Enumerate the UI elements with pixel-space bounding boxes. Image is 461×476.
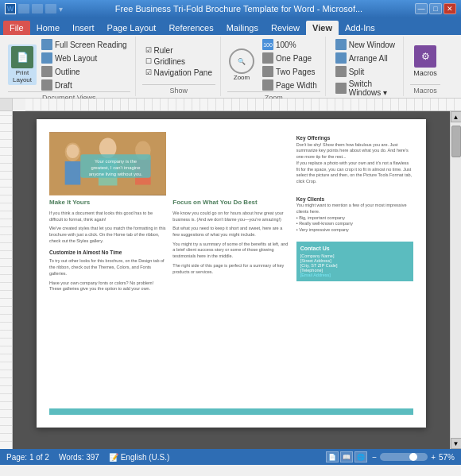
contact-us-heading: Contact Us (300, 246, 409, 251)
title-bar: W ▾ Free Business Tri-Fold Brochure Temp… (0, 0, 461, 17)
scroll-thumb[interactable] (451, 126, 461, 157)
key-offerings-section: Key Offerings Don't be shy! Show them ho… (296, 132, 413, 185)
split-icon (335, 66, 347, 77)
outline-button[interactable]: Outline (38, 65, 130, 78)
maximize-button[interactable]: □ (429, 3, 442, 14)
new-window-icon (335, 39, 347, 50)
one-page-button[interactable]: One Page (259, 52, 320, 64)
gridlines-checkbox[interactable]: ☐ Gridlines (142, 56, 215, 67)
key-offerings-heading: Key Offerings (296, 134, 413, 142)
read-view-btn[interactable]: 📖 (340, 451, 353, 462)
page-width-button[interactable]: Page Width (259, 79, 320, 91)
scroll-up-button[interactable]: ▲ (451, 111, 462, 122)
zoom-control: − + 57% (372, 453, 455, 462)
doc-focus-body: But what you need to keep it short and s… (172, 226, 289, 238)
macros-button[interactable]: ⚙ Macros (411, 44, 440, 79)
zoom-circle-icon: 🔍 (229, 48, 254, 74)
page-width-icon (262, 79, 273, 91)
doc-customize-body2: Have your own company fonts or colors? N… (49, 281, 166, 292)
status-left: Page: 1 of 2 Words: 397 📝 English (U.S.) (6, 453, 169, 462)
main-area: Your company is the greatest, I can't im… (0, 111, 461, 449)
svg-point-3 (67, 144, 79, 158)
status-bar: Page: 1 of 2 Words: 397 📝 English (U.S.)… (0, 449, 461, 465)
switch-windows-button[interactable]: SwitchWindows ▾ (332, 79, 398, 98)
view-small-buttons: Full Screen Reading Web Layout Outline D… (38, 38, 130, 91)
doc-focus-intro: We know you could go on for hours about … (172, 211, 289, 223)
zoom-slider-thumb[interactable] (409, 453, 417, 461)
vertical-scrollbar[interactable]: ▲ ▼ (450, 111, 461, 449)
window-controls: — □ ✕ (415, 3, 456, 14)
tab-insert[interactable]: Insert (66, 21, 101, 35)
doc-left-column: Your company is the greatest, I can't im… (49, 132, 166, 402)
zoom-slider[interactable] (380, 453, 428, 461)
doc-focus-heading: Focus on What You Do Best (172, 199, 289, 206)
arrange-all-icon (335, 52, 347, 64)
web-layout-label: Web Layout (55, 54, 97, 63)
ribbon-tabs: File Home Insert Page Layout References … (0, 17, 461, 35)
minimize-button[interactable]: — (415, 3, 428, 14)
key-offerings-body: Don't be shy! Show them how fabulous you… (296, 142, 413, 161)
doc-make-it-yours-body: If you think a document that looks this … (49, 211, 166, 223)
doc-photo: Your company is the greatest, I can't im… (49, 132, 166, 195)
macros-icon: ⚙ (414, 45, 436, 68)
key-clients-body: You might want to mention a few of your … (296, 203, 413, 215)
tab-references[interactable]: References (162, 21, 219, 35)
split-button[interactable]: Split (332, 65, 398, 78)
photo-people: Your company is the greatest, I can't im… (49, 132, 166, 195)
status-right: 📄 📖 🌐 − + 57% (326, 451, 455, 462)
draft-button[interactable]: Draft (38, 79, 130, 91)
svg-rect-2 (65, 161, 81, 184)
print-layout-button[interactable]: 📄 PrintLayout (8, 45, 37, 86)
scroll-down-button[interactable]: ▼ (451, 438, 462, 449)
ruler-row (0, 99, 461, 111)
window-title: Free Business Tri-Fold Brochure Template… (63, 4, 415, 14)
svg-text:Your company is the: Your company is the (95, 159, 137, 164)
arrange-all-button[interactable]: Arrange All (332, 52, 398, 64)
tab-file[interactable]: File (3, 21, 30, 35)
zoom-100-button[interactable]: 100 100% (259, 38, 320, 51)
language-indicator[interactable]: 📝 English (U.S.) (109, 453, 169, 462)
close-button[interactable]: ✕ (444, 3, 456, 14)
macros-label: Macros (410, 84, 440, 95)
two-pages-button[interactable]: Two Pages (259, 65, 320, 78)
print-layout-icon: 📄 (11, 46, 33, 68)
show-label: Show (142, 84, 215, 95)
quick-undo-icon[interactable] (32, 4, 43, 14)
one-page-icon (262, 52, 273, 64)
spell-check-icon: 📝 (109, 453, 118, 462)
document: Your company is the greatest, I can't im… (37, 119, 426, 428)
ruler-corner (0, 99, 13, 111)
print-view-btn[interactable]: 📄 (326, 451, 339, 462)
zoom-out-button[interactable]: − (372, 453, 377, 462)
client-item-3: Very impressive company (296, 227, 413, 234)
new-window-button[interactable]: New Window (332, 38, 398, 51)
doc-content: Your company is the greatest, I can't im… (49, 132, 413, 402)
doc-footer-bar (49, 408, 413, 415)
quick-save-icon[interactable] (18, 4, 29, 14)
title-bar-left: W ▾ (5, 3, 63, 14)
full-screen-reading-button[interactable]: Full Screen Reading (38, 38, 130, 51)
web-view-btn[interactable]: 🌐 (354, 451, 367, 462)
ribbon-group-macros: ⚙ Macros Macros (405, 37, 445, 96)
view-buttons: 📄 PrintLayout Full Screen Reading Web La… (8, 38, 130, 91)
zoom-in-button[interactable]: + (431, 453, 436, 462)
ruler-checkbox[interactable]: ☑ Ruler (142, 45, 215, 56)
doc-make-it-yours-body2: We've created styles that let you match … (49, 226, 166, 244)
tab-addins[interactable]: Add-Ins (339, 21, 382, 35)
client-item-2: Really well-known company (296, 221, 413, 227)
outline-icon (41, 66, 52, 77)
zoom-button[interactable]: 🔍 Zoom (227, 47, 256, 83)
doc-customize-body: To try out other looks for this brochure… (49, 258, 166, 277)
tab-home[interactable]: Home (30, 21, 66, 35)
key-clients-section: Key Clients You might want to mention a … (296, 193, 413, 234)
tab-review[interactable]: Review (265, 21, 306, 35)
outline-label: Outline (55, 68, 80, 76)
horizontal-ruler (25, 99, 461, 111)
tab-view[interactable]: View (306, 21, 339, 35)
document-area[interactable]: Your company is the greatest, I can't im… (13, 111, 450, 449)
web-layout-button[interactable]: Web Layout (38, 52, 130, 64)
quick-redo-icon[interactable] (45, 4, 56, 14)
tab-page-layout[interactable]: Page Layout (101, 21, 163, 35)
tab-mailings[interactable]: Mailings (220, 21, 265, 35)
navigation-pane-checkbox[interactable]: ☑ Navigation Pane (142, 68, 215, 78)
